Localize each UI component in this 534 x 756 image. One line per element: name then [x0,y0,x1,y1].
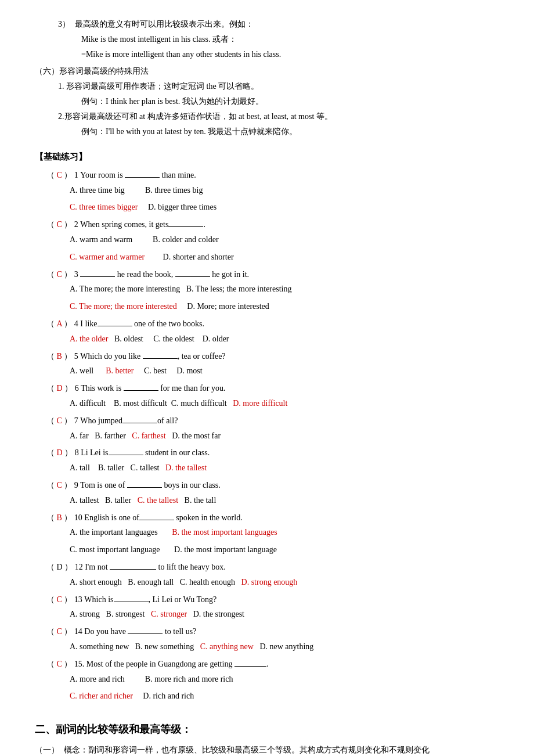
q13-optD: D. the strongest [189,610,244,618]
q6-answer: D [57,384,63,393]
q7-options: A. far B. farther C. farthest D. the mos… [70,429,499,443]
q15-bracket-close: ） [62,660,73,668]
rule2-ex: 例句：I'll be with you at latest by ten. 我最… [81,125,499,139]
section6-title: （六）形容词最高级的特殊用法 [35,64,499,78]
exercise-title: 【基础练习】 [35,150,499,165]
q10-text: 10 English is one of spoken in the world… [74,513,243,522]
q15-answer: C [57,660,62,668]
q12-optA: A. short enough B. enough tall C. health… [70,578,239,586]
q5-optC: C. best D. most [136,366,203,375]
q6-options: A. difficult B. most difficult C. much d… [70,397,499,411]
q6-bracket-open: （ [46,384,57,393]
q8-bracket-close: ） [63,448,73,457]
q3-optD: D. More; more interested [179,302,269,311]
question-8: （ D ） 8 Li Lei is student in our class. … [35,446,499,475]
q2-row: （ C ） 2 When spring comes, it gets. [46,218,499,232]
q10-optA: A. the important languages [70,528,170,537]
q4-optA: A. the older [70,334,108,343]
q3-options2: C. The more; the more interested D. More… [70,300,499,314]
point3-ex2: =Mike is more intelligent than any other… [81,48,499,62]
question-4: （ A ） 4 I like one of the two books. A. … [35,317,499,346]
q7-row: （ C ） 7 Who jumpedof all? [46,414,499,428]
q14-answer: C [57,627,62,636]
q12-bracket-open: （ D [46,563,64,571]
q12-optD: D. strong enough [241,578,298,586]
q14-row: （ C ） 14 Do you have to tell us? [46,625,499,639]
question-5: （ B ） 5 Which do you like , tea or coffe… [35,350,499,379]
q1-options: A. three time big B. three times big [70,183,499,197]
q5-row: （ B ） 5 Which do you like , tea or coffe… [46,350,499,363]
q15-row: （ C ） 15. Most of the people in Guangdon… [46,657,499,671]
q1-optB: B. three times big [145,186,203,195]
question-12: （ D ） 12 I'm not to lift the heavy box. … [35,560,499,589]
q2-optA: A. warm and warm [70,235,151,244]
q12-text: 12 I'm not to lift the heavy box. [75,563,226,571]
question-1: （ C ） 1 Your room is than mine. A. three… [35,168,499,214]
q4-bracket-close: ） [62,319,73,328]
q4-bracket-open: （ [46,319,57,328]
q10-options: A. the important languages B. the most i… [70,525,499,539]
question-7: （ C ） 7 Who jumpedof all? A. far B. fart… [35,414,499,443]
q10-answer: B [57,513,62,522]
q1-optC: C. three times bigger [70,203,138,211]
q9-bracket-close: ） [62,481,73,489]
rule1-ex: 例句：I think her plan is best. 我认为她的计划最好。 [81,95,499,109]
q6-row: （ D ） 6 This work is for me than for you… [46,381,499,395]
q3-answer: C [57,270,62,279]
q7-bracket-close: ） [62,416,73,425]
q6-text: 6 This work is for me than for you. [75,384,226,393]
q14-optC: C. anything new [200,642,254,651]
q8-bracket-open: （ [46,448,57,457]
q10-optC: C. most important language D. the most i… [70,545,277,554]
q14-optD: D. new anything [255,642,313,651]
q1-options2: C. three times bigger D. bigger three ti… [70,200,499,214]
q13-options: A. strong B. strongest C. stronger D. th… [70,607,499,621]
point3-number: 3） [58,20,70,28]
q9-row: （ C ） 9 Tom is one of boys in our class. [46,478,499,492]
q10-optB: B. the most important languages [172,528,277,537]
q2-text: 2 When spring comes, it gets. [74,220,205,229]
q15-text: 15. Most of the people in Guangdong are … [74,660,269,668]
q9-bracket-open: （ [46,481,57,489]
q13-text: 13 Which is, Li Lei or Wu Tong? [74,595,217,604]
q5-text: 5 Which do you like , tea or coffee? [74,352,226,361]
question-15: （ C ） 15. Most of the people in Guangdon… [35,657,499,703]
q9-optD: B. the tall [181,496,217,505]
q14-options: A. something new B. new something C. any… [70,640,499,654]
q3-row: （ C ） 3 he read the book, he got in it. [46,268,499,282]
q6-optD: D. more difficult [233,399,287,408]
q1-optD: D. bigger three times [140,203,217,211]
section2-title: 二、副词的比较等级和最高等级： [35,721,499,739]
q7-optA: A. far B. farther [70,431,130,440]
q13-bracket-close: ） [62,595,73,604]
q4-options: A. the older B. oldest C. the oldest D. … [70,332,499,346]
q2-answer: C [57,220,62,229]
q9-options: A. tallest B. taller C. the tallest B. t… [70,494,499,507]
q4-row: （ A ） 4 I like one of the two books. [46,317,499,331]
q15-options: A. more and rich B. more rich and more r… [70,672,499,686]
q7-optC: C. farthest [132,431,165,440]
q13-row: （ C ） 13 Which is, Li Lei or Wu Tong? [46,593,499,607]
q7-bracket-open: （ [46,416,57,425]
q2-options: A. warm and warm B. colder and colder [70,233,499,247]
q4-answer: A [57,319,62,328]
q3-optC: C. The more; the more interested [70,302,177,311]
q13-optA: A. strong B. strongest [70,610,149,618]
q7-optD: D. the most far [168,431,221,440]
q7-text: 7 Who jumpedof all? [74,416,178,425]
q9-optC: C. the tallest [138,496,178,505]
q5-optA: A. well [70,366,104,375]
q5-options: A. well B. better C. best D. most [70,364,499,378]
q10-bracket-open: （ [46,513,57,522]
q9-optA: A. tallest B. taller [70,496,135,505]
q2-bracket-open: （ [46,220,57,229]
q3-options: A. The more; the more interesting B. The… [70,282,499,296]
section2-para1: （一） 概念：副词和形容词一样，也有原级、比较级和最高级三个等级。其构成方式有规… [35,743,499,756]
q4-optB: B. oldest C. the oldest D. older [110,334,229,343]
q12-options: A. short enough B. enough tall C. health… [70,575,499,589]
q12-row: （ D ） 12 I'm not to lift the heavy box. [46,560,499,574]
q14-bracket-open: （ [46,627,57,636]
question-2: （ C ） 2 When spring comes, it gets. A. w… [35,218,499,264]
q3-text: 3 he read the book, he got in it. [74,270,249,279]
q2-optD: D. shorter and shorter [147,253,234,261]
